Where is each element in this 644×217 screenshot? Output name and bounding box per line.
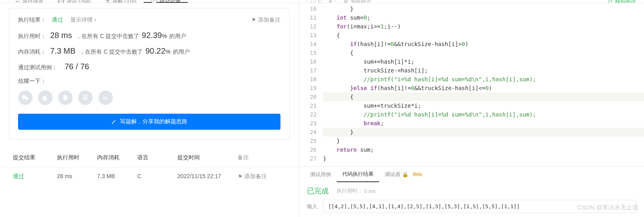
result-label: 执行结果： xyxy=(18,16,46,24)
cell-ts: 2022/11/15 22:17 xyxy=(177,173,238,180)
mock-interview-button[interactable]: ⏱模拟面试 xyxy=(607,0,636,3)
tab-run-result[interactable]: 代码执行结果 xyxy=(337,167,379,182)
th-note: 备注 xyxy=(238,154,286,161)
runtime-percentile: 92.39 xyxy=(142,31,162,40)
code-editor[interactable]: 101112131415161718192021222324252627 } i… xyxy=(299,3,644,166)
share-qq-icon[interactable] xyxy=(58,90,73,105)
memory-label: 内存消耗： xyxy=(18,48,46,56)
show-detail-link[interactable]: 显示详情 › xyxy=(70,16,96,24)
tab-description[interactable]: ☰题目描述 xyxy=(8,0,51,3)
share-linkedin-icon[interactable]: in xyxy=(98,90,113,105)
cell-time: 28 ms xyxy=(57,173,97,180)
share-douban-icon[interactable]: 豆 xyxy=(78,90,93,105)
line-gutter: 101112131415161718192021222324252627 xyxy=(299,3,323,166)
run-time-value: 0 ms xyxy=(364,188,376,194)
run-status: 已完成 xyxy=(307,186,329,196)
share-wechat-icon[interactable] xyxy=(18,90,33,105)
tab-testcase[interactable]: 测试用例 xyxy=(305,167,337,182)
tab-solutions[interactable]: ⚗题解 (316) xyxy=(98,0,144,3)
language-select[interactable]: ⓘC▾ xyxy=(307,0,335,3)
write-solution-button[interactable]: 写题解，分享我的解题思路 xyxy=(18,114,280,130)
th-result: 提交结果 xyxy=(13,154,57,161)
th-time: 执行用时 xyxy=(57,154,97,161)
editor-toolbar: ⓘC▾ ⚙智能模式 ⏱模拟面试 xyxy=(299,0,644,3)
pencil-icon xyxy=(111,119,117,125)
status-badge: 通过 xyxy=(52,16,63,24)
share-label: 炫耀一下： xyxy=(18,78,280,85)
share-weibo-icon[interactable] xyxy=(38,90,53,105)
flag-icon: ⚑ xyxy=(238,173,242,180)
tab-debugger[interactable]: 调试器🔒Beta xyxy=(379,167,429,182)
cell-lang: C xyxy=(137,173,177,180)
cell-add-note[interactable]: ⚑ 添加备注 xyxy=(238,173,286,180)
memory-value: 7.3 MB xyxy=(50,46,75,56)
left-top-tabs: ☰题目描述 💬评论 (284) ⚗题解 (316) 🕘提交记录 xyxy=(0,0,299,3)
tab-comments[interactable]: 💬评论 (284) xyxy=(51,0,98,3)
result-card: 执行结果： 通过 显示详情 › ⚑ 添加备注 执行用时： 28 ms ，在所有 … xyxy=(9,8,290,140)
tab-submissions[interactable]: 🕘提交记录 xyxy=(144,0,188,3)
cell-result: 通过 xyxy=(13,173,57,180)
submissions-table: 提交结果 执行用时 内存消耗 语言 提交时间 备注 通过 28 ms 7.3 M… xyxy=(0,149,299,186)
th-ts: 提交时间 xyxy=(177,154,238,161)
svg-point-1 xyxy=(25,97,28,100)
bottom-tabs: 测试用例 代码执行结果 调试器🔒Beta xyxy=(299,166,644,182)
add-note-button[interactable]: ⚑ 添加备注 xyxy=(251,16,280,24)
th-mem: 内存消耗 xyxy=(97,154,137,161)
watermark: CSDN @算法永无止境 xyxy=(577,204,638,211)
cell-mem: 7.3 MB xyxy=(97,173,137,180)
code-area[interactable]: } int sum=0; for(i=max;i>=1;i--) { if(ha… xyxy=(323,3,644,166)
testcase-value: 76 / 76 xyxy=(65,62,89,71)
svg-point-3 xyxy=(63,95,68,100)
mode-label: 智能模式 xyxy=(351,0,372,3)
memory-percentile: 90.22 xyxy=(145,46,165,55)
table-row[interactable]: 通过 28 ms 7.3 MB C 2022/11/15 22:17 ⚑ 添加备… xyxy=(0,167,299,186)
lock-icon: 🔒 xyxy=(402,171,408,177)
runtime-label: 执行用时： xyxy=(18,33,46,40)
svg-point-2 xyxy=(43,96,47,101)
run-input-label: 输入 xyxy=(307,203,317,210)
run-time-label: 执行用时： xyxy=(337,187,363,195)
th-lang: 语言 xyxy=(137,154,177,161)
flag-icon: ⚑ xyxy=(252,17,256,23)
testcase-label: 通过测试用例： xyxy=(18,64,57,71)
runtime-value: 28 ms xyxy=(50,31,72,40)
